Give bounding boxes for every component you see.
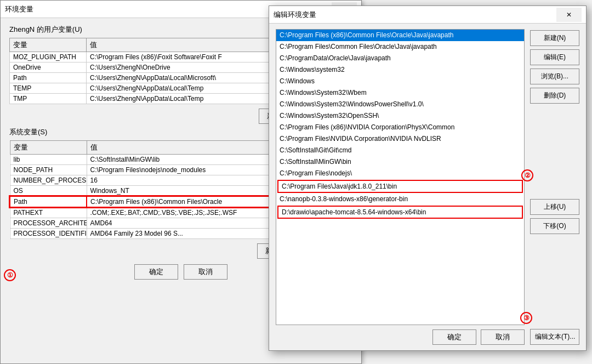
sys-var-name: NUMBER_OF_PROCESSORS bbox=[10, 175, 87, 186]
sys-var-name: NODE_PATH bbox=[10, 165, 87, 175]
edit-dialog: 编辑环境变量 ✕ C:\Program Files (x86)\Common F… bbox=[269, 5, 587, 351]
badge-1: ① bbox=[4, 269, 16, 281]
edit-close-btn[interactable]: ✕ bbox=[556, 8, 582, 22]
path-list-item[interactable]: C:\Windows\System32\Wbem bbox=[276, 87, 524, 99]
move-up-btn[interactable]: 上移(U) bbox=[530, 199, 579, 215]
path-list-item[interactable]: C:\Program Files\NVIDIA Corporation\NVID… bbox=[276, 133, 524, 145]
path-list-item[interactable]: C:\nanopb-0.3.8-windows-x86\generator-bi… bbox=[276, 194, 524, 205]
move-down-btn[interactable]: 下移(O) bbox=[530, 218, 579, 234]
edit-confirm-btn[interactable]: 确定 bbox=[432, 329, 476, 345]
sys-col-var: 变量 bbox=[10, 141, 87, 155]
path-list-item[interactable]: C:\Program Files\Java\jdk1.8.0_211\bin bbox=[277, 180, 523, 193]
edit-controls: ✕ bbox=[556, 8, 582, 22]
user-var-name: MOZ_PLUGIN_PATH bbox=[10, 52, 87, 62]
env-confirm-btn[interactable]: 确定 bbox=[134, 264, 178, 280]
edit-text-btn[interactable]: 编辑文本(T)... bbox=[530, 329, 579, 345]
sys-var-name: PATHEXT bbox=[10, 207, 87, 218]
path-list-item[interactable]: C:\SoftInstall\Git\Git\cmd bbox=[276, 145, 524, 156]
edit-dialog-bottom-btns: 确定 取消 bbox=[276, 329, 525, 345]
path-listbox[interactable]: C:\Program Files (x86)\Common Files\Orac… bbox=[276, 29, 525, 325]
user-var-name: TMP bbox=[10, 94, 87, 104]
path-list-item[interactable]: C:\Program Files (x86)\Common Files\Orac… bbox=[276, 30, 524, 41]
sys-var-name: lib bbox=[10, 155, 87, 165]
edit-titlebar: 编辑环境变量 ✕ bbox=[269, 6, 586, 24]
user-var-name: TEMP bbox=[10, 83, 87, 94]
path-list-item[interactable]: D:\drawio\apache-tomcat-8.5.64-windows-x… bbox=[277, 206, 523, 219]
edit-side-buttons: 新建(N) 编辑(E) 浏览(B)... 删除(D) 上移(U) 下移(O) 编… bbox=[530, 29, 579, 345]
new-path-btn[interactable]: 新建(N) bbox=[530, 30, 579, 46]
path-list-item[interactable]: C:\Windows\System32\WindowsPowerShell\v1… bbox=[276, 99, 524, 110]
browse-path-btn[interactable]: 浏览(B)... bbox=[530, 69, 579, 84]
edit-cancel-btn[interactable]: 取消 bbox=[481, 329, 525, 345]
path-list-item[interactable]: C:\Program Files\Common Files\Oracle\Jav… bbox=[276, 41, 524, 53]
delete-path-btn[interactable]: 删除(D) bbox=[530, 88, 579, 104]
env-cancel-btn[interactable]: 取消 bbox=[184, 264, 227, 280]
badge-3: ③ bbox=[520, 312, 532, 324]
user-var-name: OneDrive bbox=[10, 62, 87, 73]
user-var-name: Path bbox=[10, 73, 87, 83]
path-list-item[interactable]: C:\Windows\system32 bbox=[276, 64, 524, 76]
user-col-var: 变量 bbox=[10, 38, 87, 52]
path-list-item[interactable]: C:\Windows\System32\OpenSSH\ bbox=[276, 110, 524, 122]
sys-var-name: PROCESSOR_ARCHITECTURE bbox=[10, 218, 87, 229]
edit-dialog-body: C:\Program Files (x86)\Common Files\Orac… bbox=[269, 24, 586, 350]
badge-2: ② bbox=[521, 169, 533, 181]
path-list-item[interactable]: C:\SoftInstall\MinGW\bin bbox=[276, 156, 524, 168]
edit-title: 编辑环境变量 bbox=[274, 10, 316, 20]
env-title: 环境变量 bbox=[5, 4, 33, 14]
sys-var-name: PROCESSOR_IDENTIFIER bbox=[10, 229, 87, 239]
sys-var-name: Path bbox=[10, 196, 87, 207]
edit-path-btn[interactable]: 编辑(E) bbox=[530, 49, 579, 65]
path-list-container: C:\Program Files (x86)\Common Files\Orac… bbox=[276, 29, 525, 345]
path-list-item[interactable]: C:\Windows bbox=[276, 76, 524, 87]
path-list-item[interactable]: C:\ProgramData\Oracle\Java\javapath bbox=[276, 53, 524, 64]
path-list-item[interactable]: C:\Program Files\nodejs\ bbox=[276, 168, 524, 179]
sys-var-name: OS bbox=[10, 186, 87, 197]
path-list-item[interactable]: C:\Program Files (x86)\NVIDIA Corporatio… bbox=[276, 122, 524, 133]
